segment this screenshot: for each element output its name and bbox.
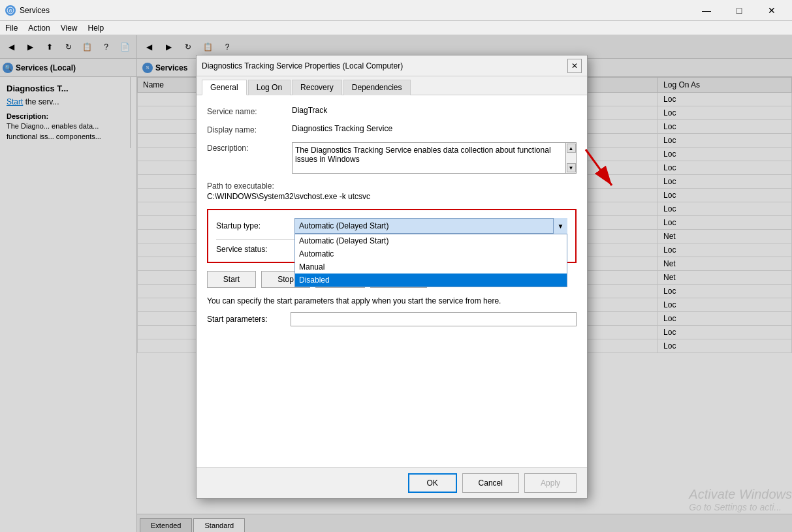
tab-general[interactable]: General xyxy=(202,80,247,95)
scroll-down-btn[interactable]: ▼ xyxy=(567,163,576,172)
window-controls: — □ ✕ xyxy=(691,0,787,21)
dialog-overlay: Diagnostics Tracking Service Properties … xyxy=(0,35,792,532)
dialog-close-button[interactable]: ✕ xyxy=(567,59,582,73)
start-params-row: Start parameters: xyxy=(207,312,577,326)
titlebar: ⚙ Services — □ ✕ xyxy=(0,0,792,21)
start-button[interactable]: Start xyxy=(207,271,256,288)
dialog-tabs: General Log On Recovery Dependencies xyxy=(197,76,587,95)
startup-type-row: Startup type: Automatic (Delayed Start) … xyxy=(216,218,567,234)
params-description: You can specify the start parameters tha… xyxy=(207,296,577,307)
arrow-annotation xyxy=(579,143,631,197)
close-button[interactable]: ✕ xyxy=(757,0,787,21)
minimize-button[interactable]: — xyxy=(691,0,721,21)
description-row: Description: The Diagnostics Tracking Se… xyxy=(207,142,577,174)
titlebar-text: Services xyxy=(20,6,691,15)
menu-file[interactable]: File xyxy=(0,22,23,34)
display-name-row: Display name: Diagnostics Tracking Servi… xyxy=(207,124,577,134)
menu-view[interactable]: View xyxy=(55,22,83,34)
startup-select-wrapper[interactable]: Automatic (Delayed Start) ▼ Automatic (D… xyxy=(294,218,567,234)
path-label: Path to executable: xyxy=(207,181,577,191)
description-field-label: Description: xyxy=(207,142,292,153)
startup-type-label: Startup type: xyxy=(216,221,294,230)
params-label: Start parameters: xyxy=(207,315,285,324)
apply-button[interactable]: Apply xyxy=(524,473,577,493)
description-scrollbar[interactable]: ▲ xyxy=(565,143,576,173)
tab-recovery[interactable]: Recovery xyxy=(292,80,342,95)
service-properties-dialog: Diagnostics Tracking Service Properties … xyxy=(196,55,588,499)
service-name-row: Service name: DiagTrack xyxy=(207,106,577,116)
option-disabled[interactable]: Disabled xyxy=(295,274,567,287)
maximize-button[interactable]: □ xyxy=(724,0,754,21)
cancel-button[interactable]: Cancel xyxy=(462,473,519,493)
menu-help[interactable]: Help xyxy=(83,22,110,34)
scroll-up-btn[interactable]: ▲ xyxy=(567,144,576,153)
dialog-title: Diagnostics Tracking Service Properties … xyxy=(202,61,567,70)
svg-text:⚙: ⚙ xyxy=(8,8,12,13)
option-auto[interactable]: Automatic xyxy=(295,247,567,260)
menu-action[interactable]: Action xyxy=(23,22,55,34)
startup-dropdown[interactable]: Automatic (Delayed Start) Automatic Manu… xyxy=(294,234,567,287)
menubar: File Action View Help xyxy=(0,21,792,35)
path-value: C:\WINDOWS\System32\svchost.exe -k utcsv… xyxy=(207,192,370,201)
description-text: The Diagnostics Tracking Service enables… xyxy=(295,146,551,164)
main-area: ◀ ▶ ⬆ ↻ 📋 ? 📄 🔍 Services (Local) Diagnos… xyxy=(0,35,792,532)
params-input[interactable] xyxy=(291,312,577,326)
display-name-label: Display name: xyxy=(207,124,292,134)
option-auto-delayed[interactable]: Automatic (Delayed Start) xyxy=(295,234,567,247)
tab-logon[interactable]: Log On xyxy=(248,80,291,95)
dialog-titlebar: Diagnostics Tracking Service Properties … xyxy=(197,55,587,76)
startup-section: Startup type: Automatic (Delayed Start) … xyxy=(207,209,577,263)
service-name-value: DiagTrack xyxy=(292,106,577,115)
service-name-label: Service name: xyxy=(207,106,292,116)
display-name-value: Diagnostics Tracking Service xyxy=(292,124,577,133)
path-row: Path to executable: C:\WINDOWS\System32\… xyxy=(207,181,577,201)
service-status-label: Service status: xyxy=(216,245,294,254)
app-icon: ⚙ xyxy=(5,5,16,16)
startup-type-display[interactable]: Automatic (Delayed Start) xyxy=(294,218,567,234)
dialog-content: Service name: DiagTrack Display name: Di… xyxy=(197,95,587,467)
dialog-footer: OK Cancel Apply xyxy=(197,467,587,498)
ok-button[interactable]: OK xyxy=(408,473,457,493)
params-section: You can specify the start parameters tha… xyxy=(207,296,577,326)
main-window: ⚙ Services — □ ✕ File Action View Help ◀… xyxy=(0,0,792,532)
option-manual[interactable]: Manual xyxy=(295,260,567,274)
svg-line-3 xyxy=(586,149,612,185)
description-field: The Diagnostics Tracking Service enables… xyxy=(292,142,577,174)
tab-dependencies[interactable]: Dependencies xyxy=(343,80,411,95)
